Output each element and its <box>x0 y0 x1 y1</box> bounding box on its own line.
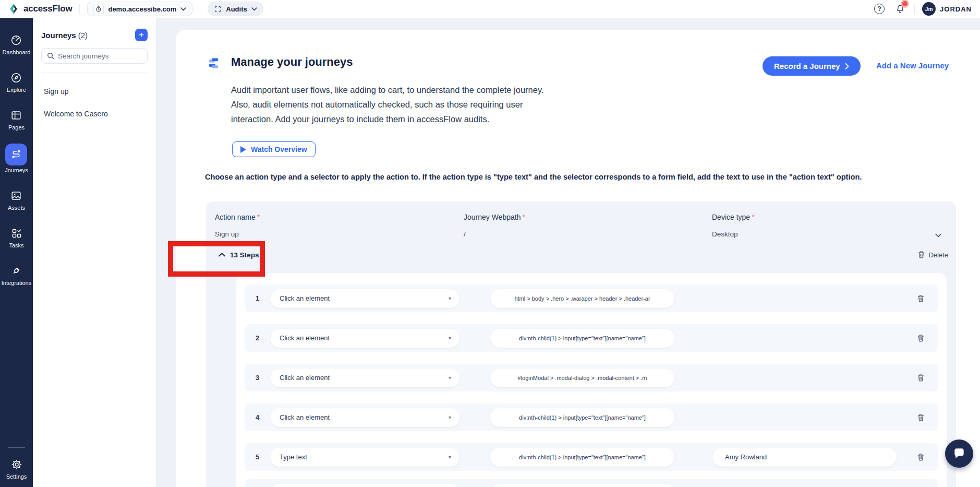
trash-icon <box>917 374 925 382</box>
step-selector-pill[interactable]: #loginModal > .modal-dialog > .modal-con… <box>490 369 674 387</box>
divider <box>79 4 80 14</box>
chevron-down-icon[interactable] <box>935 230 941 240</box>
accessflow-logo-icon <box>8 3 20 15</box>
step-selector-pill[interactable]: html > body > .hero > .waraper > header … <box>490 289 674 308</box>
avatar[interactable]: Jm <box>922 2 936 16</box>
required-asterisk: * <box>522 213 525 221</box>
required-asterisk: * <box>257 213 260 221</box>
step-action-select[interactable]: Click an element ▾ <box>270 408 459 427</box>
notification-dot <box>902 1 908 6</box>
record-journey-button[interactable]: Record a Journey <box>763 56 861 76</box>
journey-step-row: 5 Type text ▾ div:nth-child(1) > input[t… <box>245 443 938 471</box>
step-action-select[interactable]: Type text ▾ <box>270 448 459 467</box>
sidebar-item-tasks[interactable]: Tasks <box>9 227 23 248</box>
chevron-down-icon: ▾ <box>449 335 451 341</box>
step-selector-pill[interactable]: div:nth-child(1) > input[type="text"][na… <box>490 448 674 467</box>
step-delete-button[interactable] <box>915 373 926 383</box>
trash-icon <box>917 251 925 259</box>
step-delete-button[interactable] <box>915 293 926 304</box>
journey-step-row: 2 Click an element ▾ div:nth-child(1) > … <box>245 324 938 352</box>
step-selector-pill[interactable]: div:nth-child(1) > input[type="text"][na… <box>490 329 674 348</box>
journey-form-panel: Action name* Journey Webpath* Device typ… <box>206 201 956 487</box>
step-action-label: Click an element <box>280 334 330 342</box>
add-new-journey-link[interactable]: Add a New Journey <box>876 62 949 70</box>
domain-value: demo.accessibe.com <box>108 5 176 13</box>
divider <box>914 4 915 14</box>
sidebar-divider <box>8 447 25 448</box>
step-selector-pill[interactable] <box>490 484 674 487</box>
main-area: Manage your journeys Audit important use… <box>156 18 980 487</box>
chevron-down-icon <box>251 7 257 11</box>
field-underline <box>215 244 428 244</box>
step-action-select[interactable]: Click an element ▾ <box>270 289 459 308</box>
step-delete-button[interactable] <box>915 333 926 343</box>
chevron-right-icon <box>845 63 849 69</box>
step-selector-pill[interactable]: div:nth-child(1) > input[type="text"][na… <box>490 408 674 427</box>
image-icon <box>10 189 22 202</box>
sidebar-item-dashboard[interactable]: Dashboard <box>3 34 31 55</box>
search-input[interactable] <box>58 52 136 60</box>
domain-selector[interactable]: demo.accessibe.com <box>87 2 192 16</box>
step-number: 2 <box>256 334 264 342</box>
main-sidebar: Dashboard Explore Pages Journeys <box>0 18 33 487</box>
trash-icon <box>917 334 925 342</box>
steps-list: 1 Click an element ▾ html > body > .hero… <box>236 273 947 487</box>
journey-step-row: 4 Click an element ▾ div:nth-child(1) > … <box>245 403 938 431</box>
chat-widget-button[interactable] <box>945 440 973 468</box>
notifications-button[interactable] <box>893 2 907 16</box>
journeys-panel: Journeys (2) + Sign up Welcome to Casero <box>33 18 156 487</box>
journey-webpath-input[interactable]: / <box>464 230 466 238</box>
page-title: Manage your journeys <box>231 55 353 69</box>
steps-collapse-toggle[interactable]: 13 Steps <box>219 250 259 260</box>
step-text-pill[interactable]: Amy Rowland <box>712 448 897 467</box>
watch-overview-button[interactable]: Watch Overview <box>232 141 316 157</box>
step-action-label: Type text <box>280 453 307 461</box>
journeys-search[interactable] <box>41 48 148 64</box>
user-name[interactable]: JORDAN <box>940 5 972 13</box>
step-action-select[interactable]: Click an element ▾ <box>270 369 459 387</box>
dashboard-icon <box>10 34 22 46</box>
device-type-select[interactable]: Desktop <box>712 230 738 238</box>
help-button[interactable]: ? <box>873 2 886 16</box>
step-delete-button[interactable] <box>915 412 926 423</box>
action-name-input[interactable]: Sign up <box>215 230 239 238</box>
chat-icon <box>952 447 966 460</box>
chevron-down-icon: ▾ <box>449 414 451 420</box>
step-action-select[interactable]: ▾ <box>270 484 459 487</box>
field-underline <box>712 244 947 244</box>
step-number: 4 <box>256 413 264 421</box>
journey-list-item[interactable]: Sign up <box>41 87 148 96</box>
sidebar-item-settings[interactable]: Settings <box>6 458 27 480</box>
compass-icon <box>10 72 22 84</box>
delete-journey-button[interactable]: Delete <box>917 250 948 260</box>
active-highlight <box>5 144 27 165</box>
journey-step-row: 3 Click an element ▾ #loginModal > .moda… <box>245 364 938 391</box>
journey-list-item[interactable]: Welcome to Casero <box>41 110 148 118</box>
section-selector-audits[interactable]: Audits <box>208 2 263 16</box>
trash-icon <box>917 294 925 303</box>
journey-step-row: 1 Click an element ▾ html > body > .hero… <box>245 284 938 312</box>
scan-frame-icon <box>214 5 222 13</box>
step-action-select[interactable]: Click an element ▾ <box>270 329 459 348</box>
step-selector-text: div:nth-child(1) > input[type="text"][na… <box>519 335 646 341</box>
pages-icon <box>10 109 22 122</box>
content-card: Manage your journeys Audit important use… <box>176 30 980 487</box>
journeys-count: (2) <box>78 31 88 40</box>
add-journey-button[interactable]: + <box>135 29 148 41</box>
journeys-panel-title: Journeys <box>41 31 76 40</box>
sidebar-item-integrations[interactable]: Integrations <box>2 265 31 286</box>
chevron-down-icon: ▾ <box>449 295 451 301</box>
sidebar-item-assets[interactable]: Assets <box>8 189 25 211</box>
audits-value: Audits <box>226 5 247 13</box>
step-selector-text: html > body > .hero > .waraper > header … <box>514 295 650 302</box>
stopwatch-icon <box>93 4 104 14</box>
page-description: Audit important user flows, like adding … <box>231 82 549 126</box>
sidebar-item-journeys[interactable]: Journeys <box>5 147 28 173</box>
sidebar-item-pages[interactable]: Pages <box>8 109 25 130</box>
step-delete-button[interactable] <box>915 452 926 462</box>
step-text-value: Amy Rowland <box>725 453 767 461</box>
field-label-journey-webpath: Journey Webpath* <box>464 213 525 221</box>
brand-logo: accessFlow <box>8 3 72 15</box>
sidebar-item-explore[interactable]: Explore <box>7 72 26 93</box>
gear-icon <box>10 458 23 471</box>
